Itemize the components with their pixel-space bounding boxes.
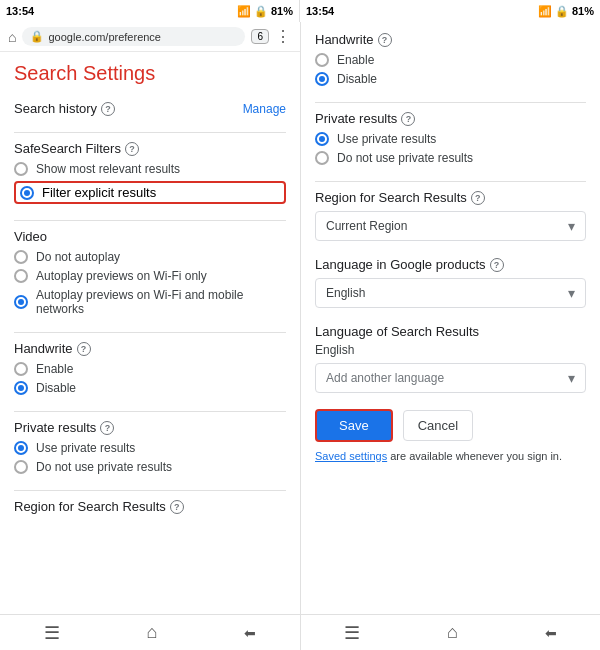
handwrite-disable-right[interactable]: Disable	[315, 72, 586, 86]
handwrite-title-right: Handwrite	[315, 32, 374, 47]
right-battery: 81%	[572, 5, 594, 17]
right-panel: Handwrite ? Enable Disable	[300, 22, 600, 650]
video-radio-2[interactable]	[14, 269, 28, 283]
divider-r1	[315, 102, 586, 103]
tab-badge[interactable]: 6	[251, 29, 269, 44]
url-text: google.com/preference	[48, 31, 161, 43]
right-signal-icon: 📶	[538, 5, 552, 18]
lang-google-help-icon[interactable]: ?	[490, 258, 504, 272]
left-nav-bar: ☰ ⌂ ⬅	[0, 614, 300, 650]
private-results-help-icon-left[interactable]: ?	[100, 421, 114, 435]
private-label-donot-right: Do not use private results	[337, 151, 473, 165]
lang-results-section: Language of Search Results English Add a…	[315, 324, 586, 393]
left-nav-back-icon[interactable]: ⬅	[244, 625, 256, 641]
handwrite-help-icon-right[interactable]: ?	[378, 33, 392, 47]
private-label-donot-left: Do not use private results	[36, 460, 172, 474]
private-radio-use-left[interactable]	[14, 441, 28, 455]
page-title: Search Settings	[14, 62, 286, 85]
safesearch-section: SafeSearch Filters ? Show most relevant …	[14, 141, 286, 204]
add-lang-dropdown[interactable]: Add another language ▾	[315, 363, 586, 393]
right-nav-menu-icon[interactable]: ☰	[344, 622, 360, 644]
menu-dots-icon[interactable]: ⋮	[275, 27, 292, 46]
handwrite-section-left: Handwrite ? Enable Disable	[14, 341, 286, 395]
handwrite-radio-disable-right[interactable]	[315, 72, 329, 86]
search-history-title: Search history	[14, 101, 97, 116]
region-dropdown[interactable]: Current Region ▾	[315, 211, 586, 241]
search-history-section: Search history ? Manage	[14, 101, 286, 116]
safesearch-radio-1[interactable]	[14, 162, 28, 176]
right-nav-home-icon[interactable]: ⌂	[447, 622, 458, 643]
handwrite-label-disable-left: Disable	[36, 381, 76, 395]
url-box[interactable]: 🔒 google.com/preference	[22, 27, 245, 46]
divider-3	[14, 332, 286, 333]
save-button[interactable]: Save	[315, 409, 393, 442]
safesearch-option-1[interactable]: Show most relevant results	[14, 162, 286, 176]
video-label-2: Autoplay previews on Wi-Fi only	[36, 269, 207, 283]
right-nav-bar: ☰ ⌂ ⬅	[301, 614, 600, 650]
safesearch-help-icon[interactable]: ?	[125, 142, 139, 156]
private-radio-donot-left[interactable]	[14, 460, 28, 474]
lang-google-dropdown[interactable]: English ▾	[315, 278, 586, 308]
region-help-icon-right[interactable]: ?	[471, 191, 485, 205]
lang-google-dropdown-value: English	[326, 286, 365, 300]
left-signal-icon: 📶	[237, 5, 251, 18]
video-option-2[interactable]: Autoplay previews on Wi-Fi only	[14, 269, 286, 283]
region-section-left: Region for Search Results ?	[14, 499, 286, 514]
add-lang-arrow-icon: ▾	[568, 370, 575, 386]
video-radio-1[interactable]	[14, 250, 28, 264]
safesearch-label-1: Show most relevant results	[36, 162, 180, 176]
handwrite-enable-left[interactable]: Enable	[14, 362, 286, 376]
handwrite-radio-enable-left[interactable]	[14, 362, 28, 376]
video-radio-3[interactable]	[14, 295, 28, 309]
video-option-1[interactable]: Do not autoplay	[14, 250, 286, 264]
private-donot-left[interactable]: Do not use private results	[14, 460, 286, 474]
private-results-help-icon-right[interactable]: ?	[401, 112, 415, 126]
handwrite-label-enable-right: Enable	[337, 53, 374, 67]
cancel-button[interactable]: Cancel	[403, 410, 473, 441]
left-battery: 81%	[271, 5, 293, 17]
address-bar: ⌂ 🔒 google.com/preference 6 ⋮	[0, 22, 300, 52]
saved-settings-link[interactable]: Saved settings	[315, 450, 387, 462]
safesearch-label-2: Filter explicit results	[42, 185, 156, 200]
private-label-use-right: Use private results	[337, 132, 436, 146]
safesearch-option-2-highlighted[interactable]: Filter explicit results	[14, 181, 286, 204]
left-status-bar: 13:54 📶 🔒 81%	[0, 0, 300, 22]
video-option-3[interactable]: Autoplay previews on Wi-Fi and mobile ne…	[14, 288, 286, 316]
private-radio-donot-right[interactable]	[315, 151, 329, 165]
safesearch-radio-2[interactable]	[20, 186, 34, 200]
region-title-right: Region for Search Results	[315, 190, 467, 205]
divider-r2	[315, 181, 586, 182]
video-label-1: Do not autoplay	[36, 250, 120, 264]
handwrite-title-left: Handwrite	[14, 341, 73, 356]
left-scroll: Search Settings Search history ? Manage	[0, 52, 300, 614]
region-help-icon-left[interactable]: ?	[170, 500, 184, 514]
divider-4	[14, 411, 286, 412]
left-wifi-icon: 🔒	[254, 5, 268, 18]
private-results-title-left: Private results	[14, 420, 96, 435]
private-use-right[interactable]: Use private results	[315, 132, 586, 146]
region-dropdown-arrow-icon: ▾	[568, 218, 575, 234]
private-use-left[interactable]: Use private results	[14, 441, 286, 455]
handwrite-radio-enable-right[interactable]	[315, 53, 329, 67]
left-panel: ⌂ 🔒 google.com/preference 6 ⋮ Search Set…	[0, 22, 300, 650]
handwrite-enable-right[interactable]: Enable	[315, 53, 586, 67]
handwrite-help-icon-left[interactable]: ?	[77, 342, 91, 356]
search-history-help-icon[interactable]: ?	[101, 102, 115, 116]
right-scroll: Handwrite ? Enable Disable	[301, 22, 600, 614]
handwrite-radio-disable-left[interactable]	[14, 381, 28, 395]
private-radio-use-right[interactable]	[315, 132, 329, 146]
lang-google-section: Language in Google products ? English ▾	[315, 257, 586, 308]
home-icon[interactable]: ⌂	[8, 29, 16, 45]
divider-1	[14, 132, 286, 133]
handwrite-disable-left[interactable]: Disable	[14, 381, 286, 395]
left-nav-home-icon[interactable]: ⌂	[147, 622, 158, 643]
manage-link[interactable]: Manage	[243, 102, 286, 116]
private-results-title-right: Private results	[315, 111, 397, 126]
private-donot-right[interactable]: Do not use private results	[315, 151, 586, 165]
lang-google-title: Language in Google products	[315, 257, 486, 272]
private-results-section-left: Private results ? Use private results Do…	[14, 420, 286, 474]
action-buttons: Save Cancel	[315, 409, 586, 442]
lang-google-dropdown-arrow-icon: ▾	[568, 285, 575, 301]
right-nav-back-icon[interactable]: ⬅	[545, 625, 557, 641]
left-nav-menu-icon[interactable]: ☰	[44, 622, 60, 644]
